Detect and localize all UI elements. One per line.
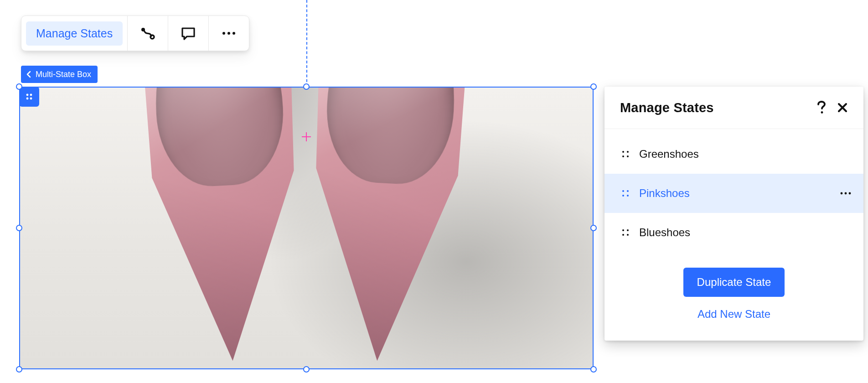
resize-handle-sw[interactable] <box>16 366 22 373</box>
svg-point-9 <box>821 111 823 114</box>
panel-header: Manage States <box>604 87 863 129</box>
state-label: Greenshoes <box>639 148 830 160</box>
path-icon <box>140 26 155 40</box>
toolbar-main: Manage States <box>21 16 128 51</box>
svg-point-24 <box>627 234 629 236</box>
state-list: Greenshoes Pinkshoes Blueshoes <box>604 129 863 252</box>
manage-states-panel: Manage States Greenshoes Pinkshoes <box>604 87 863 341</box>
svg-point-6 <box>30 94 32 96</box>
breadcrumb[interactable]: Multi-State Box <box>21 66 98 83</box>
state-row[interactable]: Pinkshoes <box>604 174 863 213</box>
drag-handle[interactable] <box>620 227 631 238</box>
element-toolbar: Manage States <box>21 16 249 51</box>
resize-handle-w[interactable] <box>16 225 22 231</box>
drag-handle[interactable] <box>620 149 631 160</box>
drag-grip-icon <box>621 150 630 158</box>
svg-point-3 <box>227 32 230 35</box>
resize-handle-ne[interactable] <box>590 83 597 90</box>
resize-handle-se[interactable] <box>590 366 597 373</box>
svg-point-19 <box>845 192 847 195</box>
close-icon <box>837 102 848 113</box>
svg-point-22 <box>627 229 629 231</box>
svg-point-18 <box>841 192 843 195</box>
svg-point-5 <box>26 94 29 96</box>
move-handle[interactable] <box>19 87 39 107</box>
drag-grip-icon <box>25 93 33 101</box>
help-button[interactable] <box>813 99 830 116</box>
state-more-button[interactable] <box>838 192 852 195</box>
state-row[interactable]: Greenshoes <box>604 135 863 174</box>
breadcrumb-label: Multi-State Box <box>36 70 91 78</box>
help-icon <box>816 101 827 114</box>
svg-point-8 <box>30 98 32 100</box>
svg-point-11 <box>627 151 629 153</box>
chevron-left-icon <box>26 71 32 78</box>
more-horizontal-icon <box>221 31 237 36</box>
svg-point-13 <box>627 155 629 157</box>
svg-point-17 <box>627 195 629 197</box>
drag-grip-icon <box>621 228 630 237</box>
svg-point-20 <box>849 192 851 195</box>
drag-grip-icon <box>621 189 630 197</box>
more-button[interactable] <box>209 16 249 51</box>
state-label: Blueshoes <box>639 226 830 239</box>
state-label: Pinkshoes <box>639 187 830 200</box>
animation-button[interactable] <box>128 16 168 51</box>
comment-icon <box>181 26 196 40</box>
svg-point-21 <box>622 229 624 231</box>
selected-element[interactable] <box>19 87 594 369</box>
svg-point-2 <box>222 32 225 35</box>
image-placeholder <box>20 88 593 368</box>
comment-button[interactable] <box>168 16 209 51</box>
drag-handle[interactable] <box>620 188 631 199</box>
resize-handle-s[interactable] <box>303 366 310 373</box>
more-horizontal-icon <box>840 192 852 195</box>
panel-actions: Duplicate State Add New State <box>604 252 863 341</box>
svg-point-7 <box>26 98 29 100</box>
resize-handle-e[interactable] <box>590 225 597 231</box>
svg-point-4 <box>232 32 235 35</box>
state-row[interactable]: Blueshoes <box>604 213 863 252</box>
panel-title: Manage States <box>620 100 809 115</box>
close-button[interactable] <box>834 99 851 116</box>
svg-point-15 <box>627 190 629 192</box>
svg-point-23 <box>622 234 624 236</box>
add-new-state-link[interactable]: Add New State <box>698 308 770 321</box>
svg-point-14 <box>622 190 624 192</box>
svg-point-16 <box>622 195 624 197</box>
resize-handle-n[interactable] <box>303 83 310 90</box>
duplicate-state-button[interactable]: Duplicate State <box>683 268 785 297</box>
manage-states-button[interactable]: Manage States <box>26 21 123 46</box>
alignment-guide-vertical <box>306 0 307 87</box>
svg-point-12 <box>622 155 624 157</box>
resize-handle-nw[interactable] <box>16 83 22 90</box>
svg-point-10 <box>622 151 624 153</box>
